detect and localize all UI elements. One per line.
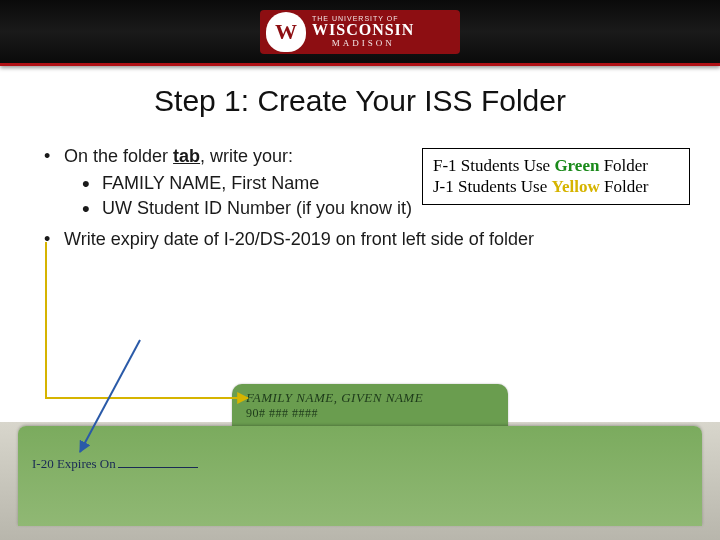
uw-crest-icon: W: [266, 12, 306, 52]
infobox-line-f1: F-1 Students Use Green Folder: [433, 155, 679, 176]
folder-body: I-20 Expires On: [18, 426, 702, 526]
green-word: Green: [554, 156, 599, 175]
folder-illustration: FAMILY NAME, GIVEN NAME 90# ### #### I-2…: [0, 370, 720, 540]
expiry-label: I-20 Expires On: [32, 456, 198, 472]
yellow-word: Yellow: [552, 177, 600, 196]
expiry-blank-line: [118, 458, 198, 468]
bullet-2: Write expiry date of I-20/DS-2019 on fro…: [44, 229, 676, 250]
logo-main-line: WISCONSIN: [312, 22, 414, 38]
uw-logo: W THE UNIVERSITY OF WISCONSIN MADISON: [260, 10, 460, 54]
folder-color-info-box: F-1 Students Use Green Folder J-1 Studen…: [422, 148, 690, 205]
logo-sub-line: MADISON: [312, 38, 414, 48]
folder-tab-id: 90# ### ####: [246, 406, 494, 421]
uw-logo-text: THE UNIVERSITY OF WISCONSIN MADISON: [312, 15, 414, 48]
folder-tab-name: FAMILY NAME, GIVEN NAME: [246, 390, 494, 406]
header-bar: W THE UNIVERSITY OF WISCONSIN MADISON: [0, 0, 720, 66]
tab-keyword: tab: [173, 146, 200, 166]
logo-top-line: THE UNIVERSITY OF: [312, 15, 414, 22]
slide-title: Step 1: Create Your ISS Folder: [0, 84, 720, 118]
infobox-line-j1: J-1 Students Use Yellow Folder: [433, 176, 679, 197]
